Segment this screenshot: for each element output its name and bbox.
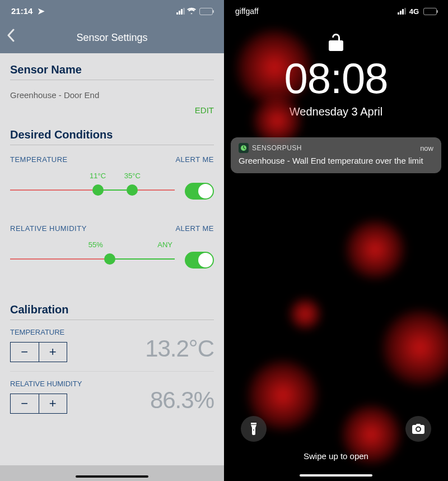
camera-icon — [412, 424, 424, 434]
temp-high-value: 35°C — [124, 172, 141, 180]
humidity-any-label: ANY — [157, 240, 172, 249]
bg-blob — [381, 308, 448, 387]
notif-time: now — [420, 144, 433, 152]
lock-screen: giffgaff 4G 08:08 Wednesday 3 April SENS… — [224, 0, 448, 481]
back-button[interactable] — [7, 28, 15, 46]
network-label: 4G — [409, 7, 419, 16]
bg-blob — [344, 219, 406, 280]
battery-icon — [199, 8, 213, 15]
calib-humidity-stepper: − + — [10, 394, 67, 414]
camera-button[interactable] — [405, 416, 431, 442]
sensor-name-value: Greenhouse - Door End — [10, 84, 214, 100]
status-right-icons-r: 4G — [398, 7, 437, 16]
unlock-icon — [328, 33, 344, 55]
temperature-label: TEMPERATURE — [10, 155, 68, 164]
swipe-hint: Swipe up to open — [224, 451, 448, 461]
calib-humidity-label: RELATIVE HUMIDITY — [10, 380, 82, 388]
alert-me-label-humidity: ALERT ME — [175, 224, 214, 233]
carrier-label: giffgaff — [235, 7, 259, 16]
temp-low-value: 11°C — [90, 172, 106, 180]
battery-icon — [423, 8, 437, 15]
settings-screen: 21:14 ➤ Sensor Settings Sensor Name Gree… — [0, 0, 224, 481]
humidity-low-handle[interactable] — [104, 253, 115, 265]
content: Sensor Name Greenhouse - Door End EDIT D… — [0, 53, 224, 481]
nav-bar: Sensor Settings — [0, 22, 224, 53]
calibration-humidity-row: RELATIVE HUMIDITY − + 86.3% — [10, 380, 214, 423]
page-title: Sensor Settings — [76, 32, 147, 44]
lock-clock: 08:08 — [224, 57, 448, 100]
humidity-label-row: RELATIVE HUMIDITY ALERT ME — [10, 224, 214, 233]
flashlight-button[interactable] — [241, 416, 267, 442]
flashlight-icon — [249, 423, 259, 435]
calib-temp-stepper: − + — [10, 342, 67, 362]
bg-blob — [288, 297, 322, 331]
temperature-label-row: TEMPERATURE ALERT ME — [10, 155, 214, 164]
notif-app-row: SENSORPUSH — [239, 143, 302, 153]
slider-range-h — [110, 258, 175, 260]
calib-temp-value: 13.2°C — [145, 335, 214, 362]
bottom-bar — [0, 465, 224, 481]
alert-me-label-temp: ALERT ME — [175, 155, 214, 164]
status-time-group: 21:14 ➤ — [11, 6, 45, 16]
temp-high-handle[interactable] — [127, 184, 138, 196]
humidity-label: RELATIVE HUMIDITY — [10, 224, 87, 233]
notif-app-name: SENSORPUSH — [252, 144, 302, 152]
calib-humidity-minus[interactable]: − — [11, 394, 39, 413]
calibration-heading: Calibration — [10, 303, 214, 320]
home-indicator-left[interactable] — [76, 475, 148, 478]
temp-low-handle[interactable] — [92, 184, 104, 196]
temperature-slider[interactable]: 11°C 35°C — [10, 167, 214, 207]
sensor-name-heading: Sensor Name — [10, 63, 214, 80]
status-bar-right: giffgaff 4G — [224, 0, 448, 22]
calib-humidity-plus[interactable]: + — [39, 394, 67, 413]
edit-button[interactable]: EDIT — [10, 100, 214, 128]
calib-temp-minus[interactable]: − — [11, 343, 39, 362]
humidity-slider[interactable]: 55% ANY — [10, 236, 214, 276]
status-right-icons — [176, 7, 213, 16]
calib-temp-plus[interactable]: + — [39, 343, 67, 362]
calib-temp-label: TEMPERATURE — [10, 328, 67, 336]
notification-card[interactable]: SENSORPUSH now Greenhouse - Wall End tem… — [231, 137, 441, 173]
home-indicator-right[interactable] — [300, 474, 372, 477]
humidity-alert-toggle[interactable] — [185, 252, 214, 269]
desired-conditions-heading: Desired Conditions — [10, 128, 214, 145]
location-arrow-icon: ➤ — [38, 6, 45, 16]
signal-icon — [176, 8, 185, 15]
signal-icon — [398, 8, 406, 15]
notif-body: Greenhouse - Wall End temperature over t… — [239, 155, 433, 166]
wifi-icon — [187, 7, 196, 16]
humidity-low-value: 55% — [88, 240, 103, 249]
temp-alert-toggle[interactable] — [185, 183, 214, 200]
status-time: 21:14 — [11, 6, 32, 16]
calibration-temperature-row: TEMPERATURE − + 13.2°C — [10, 328, 214, 372]
app-icon — [239, 143, 249, 153]
status-bar-left: 21:14 ➤ — [0, 0, 224, 22]
calib-humidity-value: 86.3% — [150, 387, 214, 414]
